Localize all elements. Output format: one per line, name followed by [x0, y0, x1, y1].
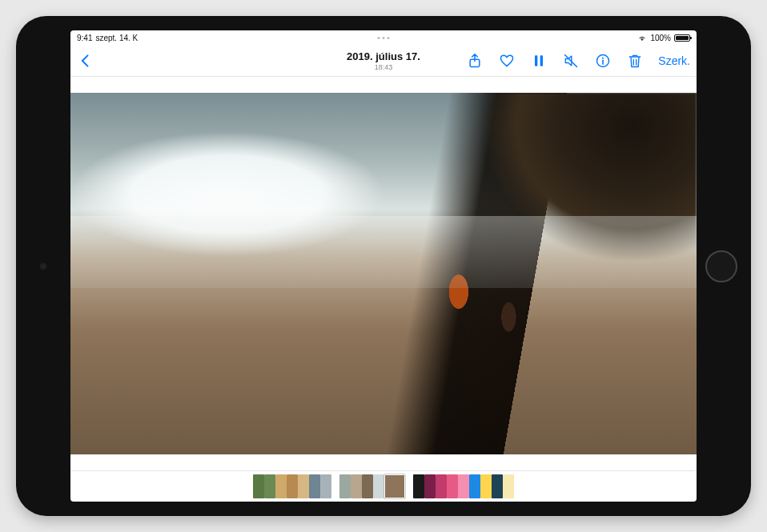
thumbnail[interactable] [275, 474, 287, 498]
thumbnail[interactable] [480, 474, 492, 498]
battery-icon [674, 34, 690, 42]
svg-point-4 [602, 57, 604, 58]
thumbnail[interactable] [351, 474, 362, 498]
thumbnail[interactable] [469, 474, 480, 498]
displayed-photo [70, 93, 697, 455]
ipad-frame: 9:41 szept. 14. K 100% [16, 16, 751, 516]
thumbnail[interactable] [373, 474, 384, 498]
thumbnail[interactable] [413, 474, 424, 498]
front-camera [39, 262, 47, 270]
trash-icon [627, 53, 643, 69]
screen: 9:41 szept. 14. K 100% [70, 30, 697, 502]
thumbnail-cluster [413, 474, 514, 498]
wifi-icon [637, 34, 647, 42]
thumbnail[interactable] [503, 474, 514, 498]
thumbnail[interactable] [339, 474, 351, 498]
heart-icon [499, 53, 515, 69]
thumbnail[interactable] [447, 474, 458, 498]
thumbnail[interactable] [362, 474, 373, 498]
photo-viewer[interactable] [70, 77, 697, 471]
thumbnail[interactable] [320, 474, 331, 498]
photo-time: 18:43 [347, 63, 420, 71]
speaker-muted-icon [563, 53, 579, 69]
mute-button[interactable] [562, 52, 580, 70]
share-icon [467, 53, 483, 69]
thumbnail[interactable] [458, 474, 469, 498]
thumbnail[interactable] [492, 474, 503, 498]
trash-button[interactable] [626, 52, 644, 70]
nav-title: 2019. július 17. 18:43 [347, 50, 420, 71]
favorite-button[interactable] [498, 52, 516, 70]
thumbnail[interactable] [298, 474, 309, 498]
share-button[interactable] [466, 52, 484, 70]
thumbnail-cluster [339, 474, 405, 498]
thumbnail[interactable] [424, 474, 436, 498]
pause-button[interactable] [530, 52, 548, 70]
multitask-handle[interactable] [378, 37, 390, 39]
status-date: szept. 14. K [95, 34, 138, 42]
chevron-left-icon [78, 53, 94, 69]
info-icon [595, 53, 611, 69]
thumbnail[interactable] [309, 474, 320, 498]
thumbnail[interactable] [264, 474, 275, 498]
thumbnail[interactable] [436, 474, 447, 498]
photo-date: 2019. július 17. [347, 50, 420, 62]
pause-icon [531, 53, 547, 69]
thumbnail[interactable] [253, 474, 264, 498]
thumbnail-strip[interactable] [70, 471, 697, 502]
back-button[interactable] [77, 52, 94, 70]
edit-button[interactable]: Szerk. [658, 54, 690, 67]
svg-rect-2 [540, 55, 543, 66]
info-button[interactable] [594, 52, 612, 70]
thumbnail[interactable] [384, 474, 405, 498]
battery-percent: 100% [650, 34, 671, 42]
status-time: 9:41 [77, 34, 92, 42]
nav-bar: 2019. július 17. 18:43 [70, 45, 697, 77]
svg-rect-1 [535, 55, 537, 66]
home-button[interactable] [705, 250, 737, 282]
status-bar: 9:41 szept. 14. K 100% [70, 30, 697, 45]
thumbnail[interactable] [287, 474, 298, 498]
thumbnail-cluster [253, 474, 331, 498]
